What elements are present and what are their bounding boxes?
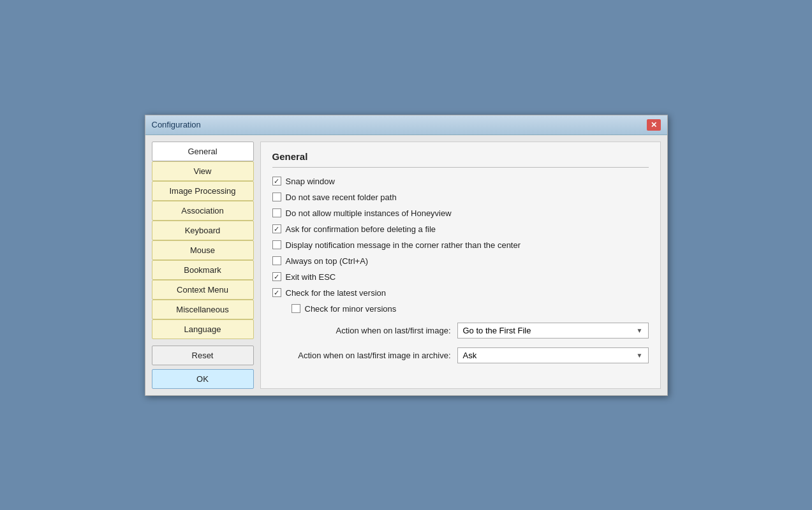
dialog-body: GeneralViewImage ProcessingAssociationKe…	[145, 135, 667, 395]
sidebar-item-language[interactable]: Language	[152, 319, 254, 339]
dropdown-value-1: Ask	[463, 351, 477, 360]
option-label-check_latest: Check for the latest version	[286, 288, 387, 298]
option-row-confirm_delete: Ask for confirmation before deleting a f…	[272, 224, 649, 234]
configuration-dialog: Configuration ✕ GeneralViewImage Process…	[145, 115, 668, 396]
sidebar-item-image-processing[interactable]: Image Processing	[152, 181, 254, 201]
sidebar: GeneralViewImage ProcessingAssociationKe…	[152, 142, 254, 389]
dropdown-value-0: Go to the First File	[463, 326, 531, 335]
option-row-no_recent_folder: Do not save recent folder path	[272, 193, 649, 202]
sidebar-item-bookmark[interactable]: Bookmark	[152, 260, 254, 280]
sidebar-item-general[interactable]: General	[152, 142, 254, 161]
chevron-down-icon: ▼	[637, 352, 643, 359]
checkbox-no_multiple[interactable]	[272, 208, 281, 217]
option-label-always_on_top: Always on top (Ctrl+A)	[286, 256, 369, 266]
option-row-always_on_top: Always on top (Ctrl+A)	[272, 256, 649, 266]
title-bar: Configuration ✕	[145, 115, 667, 135]
sidebar-item-keyboard[interactable]: Keyboard	[152, 221, 254, 240]
checkbox-no_recent_folder[interactable]	[272, 193, 281, 201]
action-row-1: Action when on last/first image in archi…	[272, 347, 649, 363]
option-row-notify_corner: Display notification message in the corn…	[272, 240, 649, 250]
checkbox-notify_corner[interactable]	[272, 240, 281, 249]
action-label-0: Action when on last/first image:	[272, 326, 451, 335]
option-label-notify_corner: Display notification message in the corn…	[286, 240, 521, 250]
content-title: General	[272, 151, 649, 162]
checkbox-confirm_delete[interactable]	[272, 224, 281, 233]
option-row-snap_window: Snap window	[272, 177, 649, 186]
ok-button[interactable]: OK	[152, 369, 254, 389]
dropdown-0[interactable]: Go to the First File▼	[457, 323, 649, 339]
action-label-1: Action when on last/first image in archi…	[272, 351, 451, 360]
checkbox-snap_window[interactable]	[272, 177, 281, 186]
option-label-exit_esc: Exit with ESC	[286, 272, 336, 282]
reset-button[interactable]: Reset	[152, 346, 254, 365]
sidebar-item-association[interactable]: Association	[152, 201, 254, 221]
checkbox-always_on_top[interactable]	[272, 256, 281, 265]
sidebar-item-view[interactable]: View	[152, 161, 254, 181]
option-label-no_recent_folder: Do not save recent folder path	[286, 193, 397, 202]
action-row-0: Action when on last/first image:Go to th…	[272, 323, 649, 339]
option-label-snap_window: Snap window	[286, 177, 335, 186]
divider	[272, 167, 649, 168]
option-label-no_multiple: Do not allow multiple instances of Honey…	[286, 208, 452, 218]
close-button[interactable]: ✕	[647, 119, 661, 131]
option-label-check_minor: Check for minor versions	[305, 304, 397, 314]
content-panel: General Snap windowDo not save recent fo…	[260, 142, 661, 389]
option-label-confirm_delete: Ask for confirmation before deleting a f…	[286, 224, 436, 234]
dropdown-1[interactable]: Ask▼	[457, 347, 649, 363]
checkbox-exit_esc[interactable]	[272, 272, 281, 281]
sidebar-item-context-menu[interactable]: Context Menu	[152, 280, 254, 300]
sidebar-item-mouse[interactable]: Mouse	[152, 240, 254, 260]
sidebar-item-miscellaneous[interactable]: Miscellaneous	[152, 300, 254, 319]
chevron-down-icon: ▼	[637, 327, 643, 334]
option-row-check_minor: Check for minor versions	[292, 304, 649, 314]
option-row-exit_esc: Exit with ESC	[272, 272, 649, 282]
option-row-no_multiple: Do not allow multiple instances of Honey…	[272, 208, 649, 218]
checkbox-check_minor[interactable]	[292, 304, 300, 313]
option-row-check_latest: Check for the latest version	[272, 288, 649, 298]
checkbox-check_latest[interactable]	[272, 288, 281, 297]
dialog-title: Configuration	[152, 120, 201, 129]
